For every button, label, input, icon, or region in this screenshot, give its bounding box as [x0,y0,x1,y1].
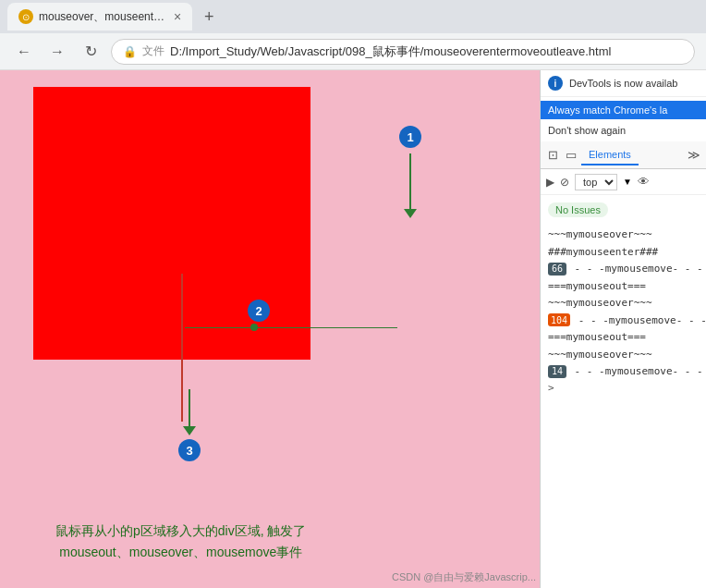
dont-show-button[interactable]: Don't show again [541,123,706,141]
devtools-panel: i DevTools is now availab Always match C… [540,70,706,588]
notification-text: DevTools is now availab [569,78,677,89]
browser-chrome: ⊙ mouseover、mouseenter、mo × + ← → ↻ 🔒 文件… [0,0,706,70]
text-annotation: 鼠标再从小的p区域移入大的div区域, 触发了 mouseout、mouseov… [55,521,306,562]
console-line: ~~~mymouseover~~~ [541,347,706,364]
context-select[interactable]: top [575,174,617,190]
match-chrome-button[interactable]: Always match Chrome's la [541,101,706,119]
count-badge-14: 14 [548,365,566,378]
arrow-marker-3: 3 [178,389,201,461]
page-content: 1 2 3 鼠标再从小的p区域移入大的div区域, 触发了 mouseout、m… [0,70,540,588]
tab-elements[interactable]: Elements [581,145,639,165]
address-bar: ← → ↻ 🔒 文件 D:/Import_Study/Web/Javascrip… [0,33,706,70]
console-line: ###mymouseenter### [541,244,706,262]
new-tab-button[interactable]: + [196,4,222,30]
console-output: ~~~mymouseover~~~ ###mymouseenter### 66 … [541,225,706,588]
reload-button[interactable]: ↻ [78,39,103,65]
tab-title: mouseover、mouseenter、mo [39,9,168,25]
forward-button[interactable]: → [44,39,70,65]
eye-icon[interactable]: 👁 [638,175,650,189]
cursor-icon[interactable]: ⊡ [544,147,561,164]
arrow-down-1 [404,153,417,218]
expand-arrow[interactable]: > [541,381,706,395]
mobile-icon[interactable]: ▭ [563,147,579,164]
circle-1: 1 [399,126,421,148]
circle-2: 2 [248,300,270,322]
more-tabs-icon[interactable]: ≫ [686,147,702,164]
console-line: ===mymouseout=== [541,278,706,296]
tab-close-button[interactable]: × [174,9,181,24]
count-badge-66: 66 [548,263,566,276]
annotation-line1: 鼠标再从小的p区域移入大的div区域, 触发了 [55,521,306,541]
green-dot [250,324,258,331]
count-badge-104: 104 [548,313,570,326]
arrow-marker-2: 2 [248,300,270,322]
play-icon[interactable]: ▶ [546,176,554,189]
file-label: 文件 [142,43,164,59]
address-input[interactable]: 🔒 文件 D:/Import_Study/Web/Javascript/098_… [111,39,695,65]
devtools-toolbar2: ▶ ⊘ top ▼ 👁 [541,169,706,195]
arrow-marker-1: 1 [399,126,421,218]
devtools-tabs: ⊡ ▭ Elements ≫ [541,141,706,169]
back-button[interactable]: ← [11,39,37,65]
watermark: CSDN @自由与爱赖Javascrip... [392,570,536,584]
lock-icon: 🔒 [123,45,137,58]
dropdown-icon: ▼ [623,177,632,187]
console-line: ~~~mymouseover~~~ [541,295,706,312]
horizontal-line [185,327,397,328]
info-badge: i [548,76,563,91]
console-line: ===mymouseout=== [541,329,706,347]
tab-bar: ⊙ mouseover、mouseenter、mo × + [0,0,706,33]
main-area: 1 2 3 鼠标再从小的p区域移入大的div区域, 触发了 mouseout、m… [0,70,706,588]
no-issues-badge: No Issues [548,202,608,217]
annotation-line2: mouseout、mouseover、mousemove事件 [55,542,306,562]
devtools-notification: i DevTools is now availab [541,70,706,97]
block-icon[interactable]: ⊘ [560,176,569,189]
console-line: ~~~mymouseover~~~ [541,227,706,244]
circle-3: 3 [178,439,201,461]
issues-area: No Issues [541,195,706,225]
url-text: D:/Import_Study/Web/Javascript/098_鼠标事件/… [170,43,611,60]
tab-favicon: ⊙ [18,9,33,24]
console-line: 66 - - -mymousemove- - - [541,261,706,278]
active-tab[interactable]: ⊙ mouseover、mouseenter、mo × [7,3,192,31]
console-line: 104 - - -mymousemove- - - [541,312,706,330]
console-line: 14 - - -mymousemove- - - [541,363,706,381]
